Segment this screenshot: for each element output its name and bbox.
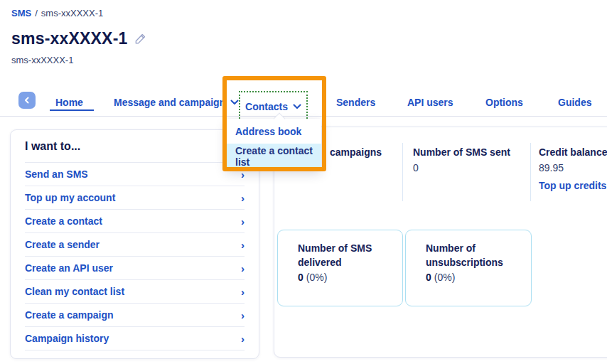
tab-contacts-focus-ring: Contacts: [239, 91, 308, 122]
stat-credit-balance-value: 89.95: [539, 162, 564, 173]
stat-divider: [402, 143, 403, 201]
chevron-right-icon: ›: [241, 193, 245, 203]
page-title: sms-xxXXXX-1: [11, 29, 146, 48]
chevron-right-icon: ›: [241, 333, 245, 344]
stat-divider: [530, 143, 531, 201]
tab-home[interactable]: Home: [55, 97, 83, 108]
top-up-credits-link[interactable]: Top up credits: [539, 180, 606, 191]
list-item-create-contact[interactable]: Create a contact ›: [25, 210, 245, 233]
list-item-send-sms[interactable]: Send an SMS ›: [25, 163, 245, 186]
tile-label: Number of unsubscriptions: [426, 241, 517, 269]
tab-message-and-campaign-label: Message and campaign: [114, 97, 225, 108]
stat-campaigns-label: campaigns: [330, 146, 382, 158]
tab-options[interactable]: Options: [485, 97, 523, 108]
sms-dashboard-page: SMS/sms-xxXXXX-1 sms-xxXXXX-1 sms-xxXXXX…: [0, 0, 607, 364]
list-item-create-api-user[interactable]: Create an API user ›: [25, 257, 245, 280]
breadcrumb-separator: /: [35, 8, 38, 18]
contacts-dropdown-menu: Address book Create a contact list: [226, 119, 321, 168]
list-item-top-up[interactable]: Top up my account ›: [25, 186, 245, 210]
list-item-label: Create a sender: [25, 239, 100, 250]
list-item-campaign-history[interactable]: Campaign history ›: [25, 327, 245, 350]
list-item-clean-contact-list[interactable]: Clean my contact list ›: [25, 280, 245, 304]
tab-guides[interactable]: Guides: [558, 97, 591, 108]
stat-credit-balance-label: Credit balance: [539, 146, 607, 158]
tile-value-percent: (0%): [434, 272, 456, 283]
tab-message-and-campaign[interactable]: Message and campaign: [114, 97, 239, 108]
chevron-right-icon: ›: [241, 287, 245, 297]
back-button[interactable]: [18, 92, 36, 109]
list-item-create-sender[interactable]: Create a sender ›: [25, 233, 245, 257]
list-item-label: Clean my contact list: [25, 286, 124, 297]
tab-senders[interactable]: Senders: [336, 97, 375, 108]
breadcrumb-sms-link[interactable]: SMS: [11, 8, 31, 18]
edit-title-button[interactable]: [134, 33, 146, 45]
chevron-down-icon: [293, 104, 301, 109]
tile-value: 0(0%): [298, 269, 388, 285]
pencil-icon: [134, 33, 146, 45]
page-title-text: sms-xxXXXX-1: [11, 29, 128, 48]
tile-sms-delivered: Number of SMS delivered 0(0%): [277, 230, 403, 306]
tile-unsubscriptions: Number of unsubscriptions 0(0%): [405, 230, 532, 306]
tile-label: Number of SMS delivered: [298, 241, 388, 269]
panel-title: I want to...: [25, 140, 245, 163]
chevron-right-icon: ›: [241, 169, 245, 180]
breadcrumb-current: sms-xxXXXX-1: [41, 8, 103, 18]
tile-value-percent: (0%): [306, 272, 328, 283]
list-item-label: Campaign history: [25, 333, 109, 344]
tab-api-users[interactable]: API users: [407, 97, 453, 108]
i-want-to-panel: I want to... Send an SMS › Top up my acc…: [10, 129, 259, 359]
chevron-right-icon: ›: [241, 216, 245, 227]
list-item-label: Create a contact: [25, 215, 102, 227]
chevron-right-icon: ›: [241, 310, 245, 321]
list-item-label: Create an API user: [25, 262, 113, 274]
list-item-label: Send an SMS: [25, 168, 88, 180]
chevron-left-icon: [23, 97, 31, 104]
menu-item-create-contact-list[interactable]: Create a contact list: [226, 144, 321, 168]
menu-item-address-book[interactable]: Address book: [226, 119, 321, 144]
breadcrumb: SMS/sms-xxXXXX-1: [11, 8, 103, 18]
stat-sms-sent-value: 0: [413, 162, 419, 173]
list-item-create-campaign[interactable]: Create a campaign ›: [25, 304, 245, 327]
stat-sms-sent-label: Number of SMS sent: [413, 146, 510, 158]
active-tab-underline: [50, 109, 94, 111]
tile-value-number: 0: [298, 272, 304, 283]
list-item-label: Create a campaign: [25, 309, 114, 321]
chevron-right-icon: ›: [241, 240, 245, 250]
tab-contacts-label: Contacts: [245, 101, 288, 112]
tab-contacts[interactable]: Contacts: [245, 101, 301, 112]
tile-value: 0(0%): [426, 269, 517, 285]
chevron-right-icon: ›: [241, 263, 245, 274]
tile-value-number: 0: [426, 272, 431, 283]
dashboard-panel: campaigns Number of SMS sent 0 Credit ba…: [274, 127, 607, 358]
list-item-label: Top up my account: [25, 192, 115, 203]
chevron-down-icon: [230, 100, 239, 105]
page-subtitle: sms-xxXXXX-1: [11, 55, 73, 65]
